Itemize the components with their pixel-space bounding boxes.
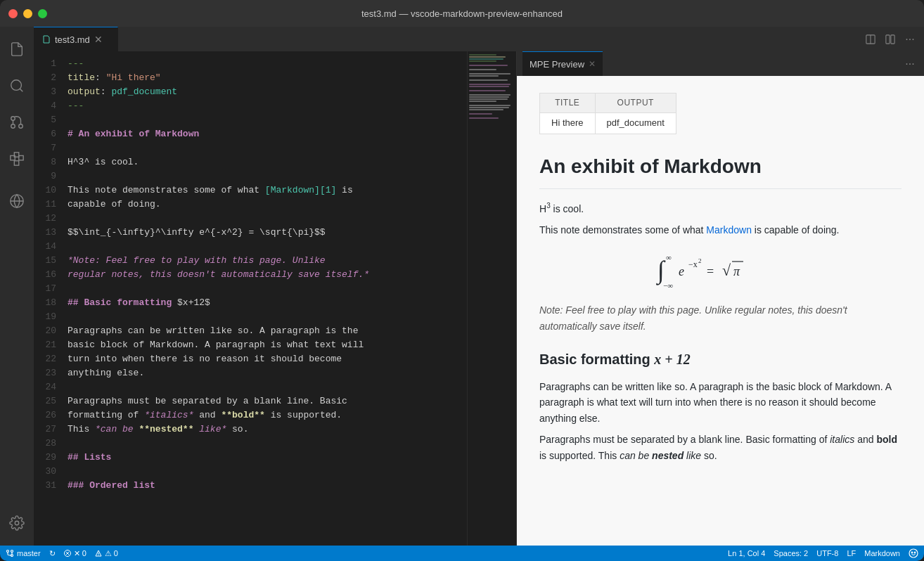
code-line-16: regular notes, this doesn't automaticall… [68,268,467,282]
traffic-lights [8,9,47,18]
svg-point-4 [11,124,15,129]
code-line-8: H^3^ is cool. [68,155,467,169]
sidebar-item-source-control[interactable] [0,105,34,139]
code-editor[interactable]: 1 2 3 4 5 6 7 8 9 10 11 12 13 14 [34,51,467,546]
preview-h3-text: H [539,202,546,214]
more-actions-button[interactable]: ··· [901,31,918,48]
code-line-4: --- [68,99,467,113]
svg-point-28 [11,550,13,553]
status-spaces[interactable]: Spaces: 2 [774,549,808,557]
preview-p1-before: This note demonstrates some of what [539,224,706,236]
code-line-2: title: "Hi there" [68,71,467,85]
preview-p3-before: Paragraphs must be separated by a blank … [539,434,830,445]
svg-text:π: π [733,264,740,278]
tab-close-button[interactable]: ✕ [94,34,103,45]
status-language[interactable]: Markdown [864,549,900,557]
titlebar: test3.md — vscode-markdown-preview-enhan… [0,0,924,27]
error-count: ✕ 0 [74,549,86,558]
minimize-button[interactable] [23,9,32,18]
svg-point-3 [11,117,15,121]
math-integral-svg: ∫ ∞ −∞ e −x 2 = √ [650,249,791,291]
sidebar-item-extensions[interactable] [0,142,34,176]
preview-h3-rest: is cool. [551,202,584,214]
split-editor-button[interactable] [862,31,879,48]
line-numbers: 1 2 3 4 5 6 7 8 9 10 11 12 13 14 [34,51,62,546]
frontmatter-col2: OUTPUT [595,94,676,113]
error-icon [64,550,71,557]
preview-p3-between: and [854,434,876,445]
svg-text:e: e [679,264,684,278]
branch-icon [6,549,14,557]
frontmatter-table: TITLE OUTPUT Hi there pdf_document [539,93,676,134]
sidebar-item-search[interactable] [0,69,34,103]
tabs-bar: test3.md ✕ [34,27,924,51]
preview-h2-math: x + 12 [654,352,690,367]
svg-point-39 [914,552,916,553]
editor-area: test3.md ✕ [34,27,924,546]
svg-text:−x: −x [688,259,698,269]
svg-point-26 [7,550,9,553]
status-feedback[interactable] [909,548,918,558]
sidebar-item-files[interactable] [0,32,34,66]
minimap [467,51,516,546]
preview-tab-label: MPE Preview [530,59,584,70]
sync-icon: ↻ [49,549,56,558]
svg-text:√: √ [722,262,731,279]
status-warnings[interactable]: ⚠ 0 [95,549,118,558]
code-line-10: This note demonstrates some of what [Mar… [68,183,467,198]
preview-more-actions[interactable]: ··· [901,56,918,72]
smiley-icon [909,548,918,558]
svg-text:−∞: −∞ [663,281,673,290]
svg-point-0 [11,80,22,91]
code-line-20: Paragraphs can be written like so. A par… [68,324,467,338]
code-line-15: *Note: Feel free to play with this page.… [68,254,467,268]
code-line-27: This *can be **nested** like* so. [68,423,467,437]
code-line-11: capable of doing. [68,198,467,212]
status-sync[interactable]: ↻ [49,549,56,558]
status-branch-name: master [17,549,41,557]
file-icon [42,35,51,44]
status-line-ending[interactable]: LF [847,549,856,557]
code-line-1: --- [68,57,467,71]
preview-tabs-bar: MPE Preview ✕ ··· [517,51,924,76]
svg-point-37 [909,549,918,557]
preview-p3-like: like [684,450,701,461]
maximize-button[interactable] [38,9,47,18]
status-bar: master ↻ ✕ 0 ⚠ 0 [0,546,924,561]
status-left: master ↻ ✕ 0 ⚠ 0 [6,549,118,558]
editor-layout-button[interactable] [882,31,899,48]
svg-point-2 [19,124,23,129]
svg-line-1 [20,89,23,91]
preview-tab-mpe[interactable]: MPE Preview ✕ [522,51,603,76]
sidebar-item-remote[interactable] [0,184,34,218]
code-line-29: ## Lists [68,451,467,465]
status-encoding[interactable]: UTF-8 [816,549,838,557]
app-window: test3.md — vscode-markdown-preview-enhan… [0,0,924,561]
frontmatter-title-value: Hi there [540,113,596,134]
status-errors[interactable]: ✕ 0 [64,549,86,558]
svg-point-11 [15,521,19,525]
sidebar-item-settings[interactable] [0,506,34,540]
code-line-22: turn into when there is no reason it sho… [68,352,467,366]
code-line-23: anything else. [68,366,467,380]
code-line-14 [68,240,467,254]
status-position[interactable]: Ln 1, Col 4 [728,549,765,557]
code-line-21: basic block of Markdown. A paragraph is … [68,338,467,352]
math-display: ∫ ∞ −∞ e −x 2 = √ [539,249,901,291]
preview-p3-italics: italics [830,434,854,445]
preview-italic-note: Note: Feel free to play with this page. … [539,302,901,334]
warning-icon [95,550,102,557]
preview-markdown-link[interactable]: Markdown [706,224,752,236]
preview-tab-close[interactable]: ✕ [589,59,596,69]
code-line-25: Paragraphs must be separated by a blank … [68,394,467,408]
preview-content[interactable]: TITLE OUTPUT Hi there pdf_document [517,76,924,546]
code-line-5 [68,113,467,127]
code-line-13: $$\int_{-\infty}^\infty e^{-x^2} = \sqrt… [68,226,467,240]
code-line-26: formatting of *italics* and **bold** is … [68,408,467,423]
close-button[interactable] [8,9,18,18]
status-branch[interactable]: master [6,549,41,557]
preview-p3-after: is supported. This [539,450,620,461]
preview-p3-so: so. [701,450,717,461]
code-content[interactable]: --- title: "Hi there" output: pdf_docume… [62,51,467,546]
editor-tab-test3md[interactable]: test3.md ✕ [34,27,118,51]
